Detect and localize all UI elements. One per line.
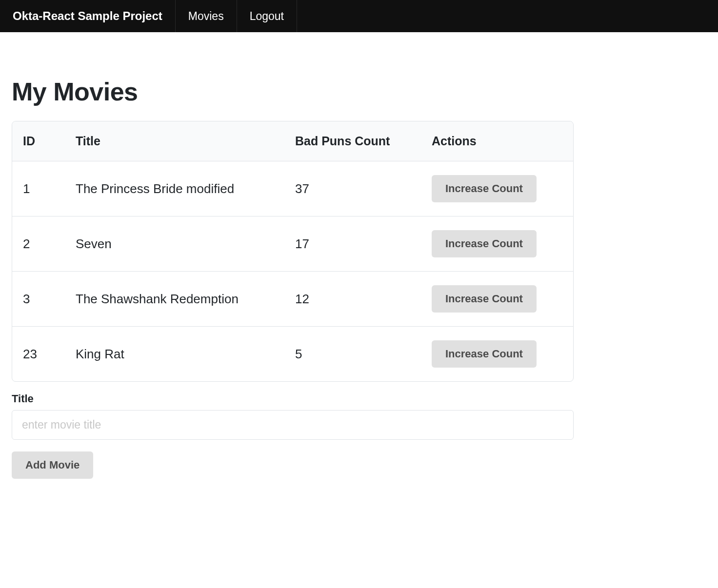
table-header-row: ID Title Bad Puns Count Actions [12,121,573,161]
cell-title: King Rat [66,327,285,382]
cell-count: 17 [285,216,422,272]
cell-id: 3 [12,272,66,327]
table-header-actions: Actions [422,121,573,161]
cell-title: The Princess Bride modified [66,161,285,216]
cell-count: 5 [285,327,422,382]
table-header-count: Bad Puns Count [285,121,422,161]
increase-count-button[interactable]: Increase Count [432,175,537,202]
cell-title: Seven [66,216,285,272]
movies-table: ID Title Bad Puns Count Actions 1 The Pr… [12,121,573,381]
add-movie-button[interactable]: Add Movie [12,451,93,479]
cell-title: The Shawshank Redemption [66,272,285,327]
cell-actions: Increase Count [422,272,573,327]
increase-count-button[interactable]: Increase Count [432,285,537,313]
cell-id: 23 [12,327,66,382]
cell-actions: Increase Count [422,161,573,216]
navbar: Okta-React Sample Project Movies Logout [0,0,718,32]
increase-count-button[interactable]: Increase Count [432,230,537,257]
table-row: 3 The Shawshank Redemption 12 Increase C… [12,272,573,327]
movies-table-wrapper: ID Title Bad Puns Count Actions 1 The Pr… [12,121,574,382]
cell-id: 1 [12,161,66,216]
movie-title-input[interactable] [12,410,574,440]
cell-actions: Increase Count [422,327,573,382]
cell-id: 2 [12,216,66,272]
add-movie-form: Title Add Movie [12,392,574,479]
table-header-id: ID [12,121,66,161]
table-row: 23 King Rat 5 Increase Count [12,327,573,382]
page-title: My Movies [12,77,574,106]
cell-count: 37 [285,161,422,216]
table-header-title: Title [66,121,285,161]
navbar-brand[interactable]: Okta-React Sample Project [0,0,176,32]
navbar-item-logout[interactable]: Logout [237,0,297,32]
cell-actions: Increase Count [422,216,573,272]
table-row: 1 The Princess Bride modified 37 Increas… [12,161,573,216]
title-label: Title [12,392,574,405]
navbar-item-movies[interactable]: Movies [176,0,237,32]
main-container: My Movies ID Title Bad Puns Count Action… [0,77,585,479]
cell-count: 12 [285,272,422,327]
table-row: 2 Seven 17 Increase Count [12,216,573,272]
increase-count-button[interactable]: Increase Count [432,340,537,368]
